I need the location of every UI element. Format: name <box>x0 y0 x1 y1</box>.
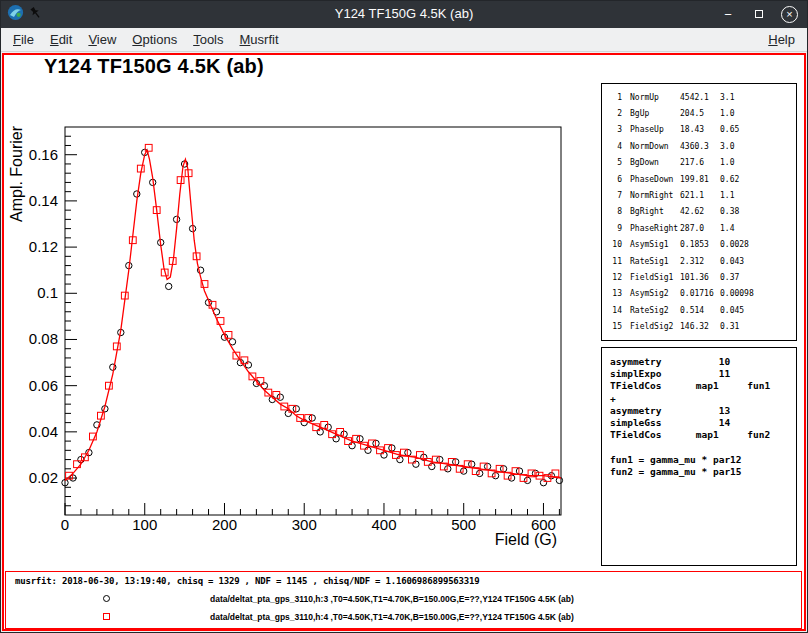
menu-options[interactable]: Options <box>124 29 185 50</box>
param-error: 0.00098 <box>720 289 796 298</box>
fit-info-panel: musrfit: 2018-06-30, 13:19:40, chisq = 1… <box>5 571 802 629</box>
data-point-circle <box>381 452 387 458</box>
x-tick-label: 400 <box>371 516 396 533</box>
param-name: RateSig2 <box>630 306 680 315</box>
param-num: 10 <box>608 240 622 249</box>
param-num: 3 <box>608 125 622 134</box>
x-tick-label: 0 <box>61 516 69 533</box>
param-value: 204.5 <box>680 109 720 118</box>
data-point-circle <box>548 473 554 479</box>
param-num: 9 <box>608 224 622 233</box>
theory-line: fun1 = gamma_mu * par12 <box>610 454 796 466</box>
fit-statistics: musrfit: 2018-06-30, 13:19:40, chisq = 1… <box>15 576 479 586</box>
data-point-circle <box>349 443 355 449</box>
theory-line: + <box>610 393 796 405</box>
data-point-circle <box>405 449 411 455</box>
minimize-button[interactable]: − <box>719 5 737 23</box>
param-name: NormRight <box>630 191 680 200</box>
x-tick-label: 100 <box>132 516 157 533</box>
parameter-row: 5BgDown217.61.0 <box>608 155 796 171</box>
parameter-row: 15FieldSig2146.320.31 <box>608 318 796 334</box>
legend-item: data/deltat_pta_gps_3110,h:3 ,T0=4.50K,T… <box>6 593 801 606</box>
data-point-circle <box>437 456 443 462</box>
param-value: 199.81 <box>680 175 720 184</box>
data-point-circle <box>445 466 451 472</box>
maximize-button[interactable] <box>750 5 768 23</box>
legend-marker-circle <box>103 595 110 602</box>
param-name: NormUp <box>630 93 680 102</box>
maximize-icon <box>755 10 763 18</box>
parameter-row: 10AsymSig10.18530.0028 <box>608 237 796 253</box>
param-num: 6 <box>608 175 622 184</box>
param-error: 0.31 <box>720 322 796 331</box>
param-name: PhaseDown <box>630 175 680 184</box>
param-num: 11 <box>608 257 622 266</box>
theory-line <box>610 441 796 453</box>
legend-label: data/deltat_pta_gps_3110,h:4 ,T0=4.50K,T… <box>210 612 574 622</box>
param-name: BgRight <box>630 207 680 216</box>
y-axis-title: Ampl. Fourier <box>8 125 25 222</box>
theory-panel: asymmetry 10simplExpo 11TFieldCos map1 f… <box>601 347 797 566</box>
param-error: 0.0028 <box>720 240 796 249</box>
param-error: 0.38 <box>720 207 796 216</box>
menubar: FileEditViewOptionsToolsMusrfit Help <box>1 28 807 52</box>
data-point-circle <box>516 468 522 474</box>
data-point-circle <box>469 461 475 467</box>
menu-edit[interactable]: Edit <box>42 29 80 50</box>
param-num: 14 <box>608 306 622 315</box>
window-title: Y124 TF150G 4.5K (ab) <box>0 0 808 28</box>
data-point-circle <box>365 447 371 453</box>
param-name: BgDown <box>630 158 680 167</box>
param-error: 0.62 <box>720 175 796 184</box>
data-point-circle <box>461 468 467 474</box>
param-value: 4542.1 <box>680 93 720 102</box>
fit-parameters-panel: 1NormUp4542.13.12BgUp204.51.03PhaseUp18.… <box>601 83 797 341</box>
parameter-row: 8BgRight42.620.38 <box>608 204 796 220</box>
data-point-circle <box>166 283 172 289</box>
x-tick-label: 500 <box>451 516 476 533</box>
theory-line: TFieldCos map1 fun1 <box>610 380 796 392</box>
data-point-circle <box>524 477 530 483</box>
param-value: 0.514 <box>680 306 720 315</box>
x-axis-title: Field (G) <box>495 531 557 548</box>
data-point-circle <box>484 463 490 469</box>
data-point-circle <box>500 466 506 472</box>
close-button[interactable]: × <box>781 6 798 23</box>
y-tick-label: 0.06 <box>29 377 58 394</box>
parameter-row: 1NormUp4542.13.1 <box>608 89 796 105</box>
parameter-row: 13AsymSig20.017160.00098 <box>608 286 796 302</box>
param-name: NormDown <box>630 142 680 151</box>
param-num: 12 <box>608 273 622 282</box>
param-num: 13 <box>608 289 622 298</box>
legend-marker-square <box>103 613 110 620</box>
data-point-circle <box>245 362 251 368</box>
titlebar[interactable]: Y124 TF150G 4.5K (ab) − × <box>0 0 808 28</box>
menu-tools[interactable]: Tools <box>185 29 231 50</box>
param-value: 621.1 <box>680 191 720 200</box>
theory-line: simpleGss 14 <box>610 417 796 429</box>
param-error: 1.0 <box>720 109 796 118</box>
parameter-row: 12FieldSig1101.360.37 <box>608 269 796 285</box>
plot-area[interactable]: 01002003004005006000.020.040.060.080.10.… <box>0 53 600 573</box>
x-tick-label: 200 <box>212 516 237 533</box>
legend-label: data/deltat_pta_gps_3110,h:3 ,T0=4.50K,T… <box>210 594 574 604</box>
theory-line: asymmetry 10 <box>610 356 796 368</box>
theory-line: TFieldCos map1 fun2 <box>610 429 796 441</box>
data-point-circle <box>453 459 459 465</box>
y-tick-label: 0.1 <box>37 284 58 301</box>
param-error: 0.045 <box>720 306 796 315</box>
param-error: 0.65 <box>720 125 796 134</box>
data-point-circle <box>373 440 379 446</box>
menu-view[interactable]: View <box>80 29 124 50</box>
parameter-row: 3PhaseUp18.430.65 <box>608 122 796 138</box>
menu-file[interactable]: File <box>5 29 42 50</box>
parameter-row: 4NormDown4360.33.0 <box>608 138 796 154</box>
param-error: 0.043 <box>720 257 796 266</box>
param-num: 2 <box>608 109 622 118</box>
param-num: 15 <box>608 322 622 331</box>
data-point-circle <box>333 436 339 442</box>
menu-musrfit[interactable]: Musrfit <box>232 29 287 50</box>
menu-help[interactable]: Help <box>760 29 803 50</box>
data-point-circle <box>508 475 514 481</box>
data-point-circle <box>277 394 283 400</box>
